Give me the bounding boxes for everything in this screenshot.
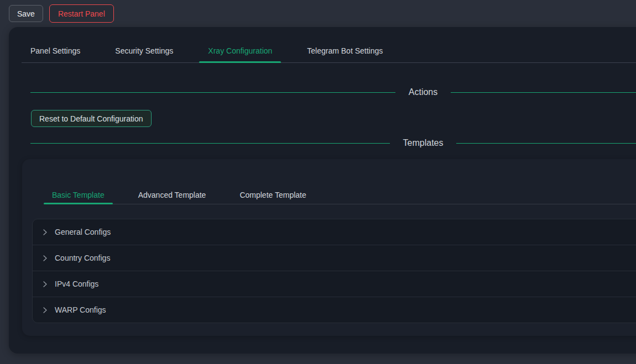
- templates-card: Basic Template Advanced Template Complet…: [22, 159, 636, 336]
- actions-section-title: Actions: [409, 87, 437, 97]
- restart-panel-button[interactable]: Restart Panel: [49, 4, 114, 23]
- chevron-right-icon: [41, 229, 49, 236]
- accordion-item-country-configs: Country Configs: [33, 245, 636, 271]
- tab-telegram-bot-settings[interactable]: Telegram Bot Settings: [298, 43, 392, 62]
- divider-line: [451, 92, 636, 93]
- templates-divider: Templates: [30, 138, 636, 148]
- tab-complete-template[interactable]: Complete Template: [231, 191, 314, 204]
- accordion-item-ipv4-configs: IPv4 Configs: [33, 271, 636, 297]
- accordion-label: WARP Configs: [55, 305, 106, 314]
- tab-security-settings[interactable]: Security Settings: [106, 43, 182, 62]
- template-tab-bar: Basic Template Advanced Template Complet…: [44, 159, 636, 204]
- accordion-header-country-configs[interactable]: Country Configs: [33, 245, 636, 271]
- tab-xray-configuration[interactable]: Xray Configuration: [199, 43, 281, 62]
- top-toolbar: Save Restart Panel: [0, 0, 636, 27]
- accordion-header-ipv4-configs[interactable]: IPv4 Configs: [33, 271, 636, 297]
- settings-card: Panel Settings Security Settings Xray Co…: [9, 27, 636, 354]
- tab-advanced-template[interactable]: Advanced Template: [130, 191, 215, 204]
- save-button[interactable]: Save: [9, 5, 43, 22]
- chevron-right-icon: [41, 255, 49, 262]
- divider-line: [30, 92, 395, 93]
- settings-tab-bar: Panel Settings Security Settings Xray Co…: [22, 43, 636, 63]
- accordion-label: General Configs: [55, 228, 111, 236]
- accordion-header-warp-configs[interactable]: WARP Configs: [33, 297, 636, 323]
- tab-basic-template[interactable]: Basic Template: [44, 191, 113, 204]
- chevron-right-icon: [41, 307, 49, 314]
- divider-line: [456, 143, 636, 144]
- accordion-item-general-configs: General Configs: [33, 219, 636, 245]
- template-config-accordion: General Configs Country Configs IPv4 Con…: [32, 219, 636, 323]
- accordion-item-warp-configs: WARP Configs: [33, 297, 636, 323]
- divider-line: [30, 143, 390, 144]
- accordion-header-general-configs[interactable]: General Configs: [33, 219, 636, 245]
- accordion-label: Country Configs: [55, 254, 110, 262]
- templates-section-title: Templates: [403, 138, 444, 148]
- chevron-right-icon: [41, 281, 49, 288]
- actions-row: Reset to Default Configuration: [31, 110, 636, 127]
- accordion-label: IPv4 Configs: [55, 279, 98, 288]
- reset-default-config-button[interactable]: Reset to Default Configuration: [31, 110, 152, 127]
- actions-divider: Actions: [30, 87, 636, 97]
- tab-panel-settings[interactable]: Panel Settings: [22, 43, 89, 62]
